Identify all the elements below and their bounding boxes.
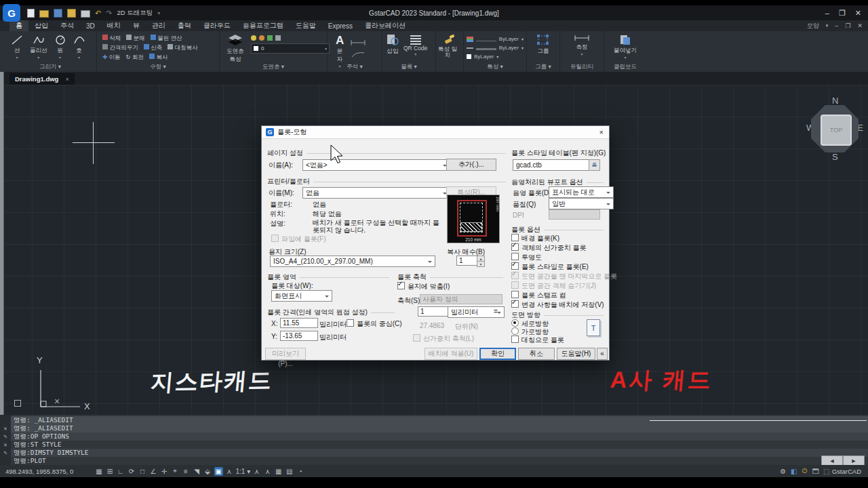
viewcube-north[interactable]: N	[832, 96, 838, 106]
printer-name-combo[interactable]: 없음	[302, 187, 450, 199]
tab-help[interactable]: 도움말	[290, 20, 322, 31]
panel-label-draw[interactable]: 그리기 ▾	[4, 63, 96, 71]
explode-tool[interactable]: 분해	[126, 35, 144, 43]
cancel-button[interactable]: 취소	[518, 348, 555, 360]
dpi-input[interactable]	[549, 209, 600, 220]
ok-button[interactable]: 확인	[479, 348, 516, 360]
command-input-line[interactable]: 명령:PLOT	[11, 457, 868, 465]
save-as-icon[interactable]	[67, 9, 76, 18]
option-checkbox[interactable]	[511, 262, 519, 270]
insert-block-tool[interactable]: 삽입	[387, 34, 399, 56]
layer-color-icon[interactable]	[275, 35, 281, 41]
scroll-left-button[interactable]: ◄	[821, 455, 843, 466]
tool-line[interactable]: 선▾	[11, 35, 23, 60]
landscape-radio[interactable]	[511, 327, 519, 335]
layer-properties-tool[interactable]: 도면층 특성	[224, 34, 247, 64]
copy-tool[interactable]: 복사	[149, 54, 167, 62]
option-plot-lineweights[interactable]: 객체의 선가중치 플롯	[511, 243, 587, 253]
option-save-changes[interactable]: 변경 사항을 배치에 저장(V)	[511, 300, 604, 310]
plot-what-combo[interactable]: 화면표시	[271, 290, 332, 302]
annotation-icon[interactable]: ⋏	[225, 467, 234, 476]
hint-bulb-icon[interactable]: ⏻	[800, 467, 809, 476]
linetype-control[interactable]: ByLayer▾	[467, 52, 524, 61]
ortho-icon[interactable]: ∟	[117, 467, 125, 476]
fit-to-paper-checkbox[interactable]	[397, 282, 405, 289]
color-control[interactable]: ByLayer▾	[467, 35, 524, 43]
viewcube-south[interactable]: S	[832, 152, 838, 162]
stretch-tool[interactable]: 신축	[144, 44, 162, 52]
panel-label-block[interactable]: 블록 ▾	[382, 63, 435, 71]
table-icon[interactable]: ▤	[285, 467, 294, 476]
erase-tool[interactable]: 삭제	[102, 35, 121, 43]
dimension-icon[interactable]	[351, 39, 366, 46]
clean-screen-icon[interactable]: ◔	[296, 467, 304, 476]
viewcube-top-face[interactable]: TOP	[821, 115, 852, 146]
quality-combo[interactable]: 일반	[549, 198, 614, 209]
paper-size-combo[interactable]: ISO_A4_(210.00_x_297.00_MM)	[270, 256, 435, 267]
lineweight-control[interactable]: ByLayer▾	[467, 43, 524, 52]
doc-restore-button[interactable]: ❐	[845, 22, 850, 29]
tab-3d[interactable]: 3D	[80, 22, 101, 30]
close-icon[interactable]: ✕	[0, 441, 11, 449]
panel-label-modify[interactable]: 수정 ▾	[97, 63, 219, 71]
lineweight-toggle-icon[interactable]: ≡	[182, 467, 191, 476]
new-file-icon[interactable]	[27, 9, 35, 18]
shade-plot-combo[interactable]: 표시되는 대로	[549, 186, 614, 198]
option-plot-stamp[interactable]: 플롯 스탬프 켬	[511, 291, 566, 300]
tab-cloud[interactable]: 클라우드	[197, 20, 237, 31]
undo-icon[interactable]: ↶	[95, 9, 101, 18]
fullscreen-icon[interactable]: ⬚	[822, 467, 831, 476]
close-icon[interactable]: ✕	[0, 424, 11, 432]
style-table-edit-button[interactable]: 🖶	[589, 159, 600, 171]
tool-polyline[interactable]: 폴리선▾	[30, 35, 47, 60]
copies-input[interactable]: 1	[456, 256, 479, 266]
option-checkbox[interactable]	[511, 281, 519, 289]
portrait-radio[interactable]	[511, 319, 519, 327]
dynamic-ucs-icon[interactable]: ▣	[214, 467, 223, 476]
scale-lineweight-row[interactable]: 선가중치 축척(L)	[413, 334, 474, 344]
qr-code-tool[interactable]: QR Code▾	[403, 34, 427, 56]
fit-to-paper-row[interactable]: 용지에 맞춤(I)	[397, 282, 450, 291]
layer-freeze-icon[interactable]	[259, 35, 264, 41]
dialog-close-icon[interactable]: ×	[599, 128, 604, 136]
option-hide-paperspace[interactable]: 도면 공간 객체 숨기기(J)	[511, 281, 596, 291]
boolean-tool[interactable]: 불린 연산	[151, 35, 182, 43]
scale-lineweight-checkbox[interactable]	[413, 334, 420, 342]
upside-down-checkbox[interactable]	[511, 336, 519, 343]
doc-menu[interactable]: 모양	[807, 22, 819, 30]
collapse-button[interactable]: «	[597, 348, 608, 360]
layer-combo[interactable]: 0 ▾	[251, 43, 330, 54]
polar-icon[interactable]: ⟳	[127, 467, 136, 476]
otrack-icon[interactable]: ∠	[149, 467, 158, 476]
option-background-plot[interactable]: 배경 플롯(K)	[511, 234, 559, 243]
tab-express[interactable]: Express	[322, 22, 359, 30]
settings-gear-icon[interactable]: ⚙	[778, 467, 787, 476]
maximize-button[interactable]: ❐	[839, 9, 846, 18]
command-line-panel[interactable]: ✕ ✎ ✕ ✎ 명령: _ALIASEDIT 명령: _ALIASEDIT 명령…	[0, 415, 868, 465]
tab-home[interactable]: 홈	[9, 20, 28, 31]
save-icon[interactable]	[54, 9, 62, 18]
edit-pencil-icon[interactable]: ✎	[0, 449, 11, 457]
redo-icon[interactable]: ↷	[106, 9, 112, 18]
option-checkbox[interactable]	[511, 253, 519, 260]
close-button[interactable]: ✕	[855, 9, 861, 18]
tab-insert[interactable]: 삽입	[28, 20, 54, 31]
orientation-upside-row[interactable]: 대칭으로 플롯	[511, 336, 564, 345]
annotation-vis-icon[interactable]: ⋏	[252, 467, 261, 476]
panel-label-properties[interactable]: 특성 ▾	[464, 63, 526, 71]
dynamic-input-icon[interactable]: ✛	[160, 467, 169, 476]
view-cube[interactable]: N W E S TOP	[809, 97, 861, 159]
paste-tool[interactable]: 붙여넣기▾	[604, 31, 646, 60]
scale-combo[interactable]: 사용자 정의	[420, 294, 502, 304]
panel-label-layers[interactable]: 도면층 ▾	[220, 63, 327, 71]
center-plot-checkbox[interactable]	[347, 319, 354, 327]
offset-y-input[interactable]: -13.65	[280, 331, 318, 341]
layer-on-icon[interactable]	[251, 35, 256, 41]
add-page-setup-button[interactable]: 추가(.)...	[446, 159, 496, 171]
gstarcad-logo[interactable]: G	[3, 4, 20, 22]
option-paperspace-last[interactable]: 도면 공간을 맨 마지막으로 플롯	[511, 272, 617, 281]
copies-down-icon[interactable]: ▼	[477, 261, 485, 267]
rotate-tool[interactable]: ↻ 회전	[126, 54, 144, 62]
offset-tool[interactable]: 간격띄우기	[102, 44, 138, 52]
option-checkbox[interactable]	[511, 300, 519, 308]
